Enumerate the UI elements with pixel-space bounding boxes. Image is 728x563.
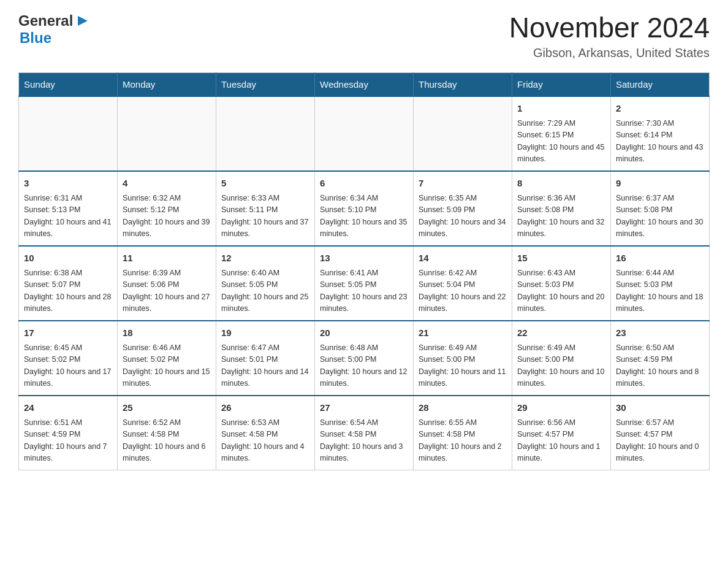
calendar-title: November 2024 [509, 12, 710, 44]
calendar-cell: 19Sunrise: 6:47 AM Sunset: 5:01 PM Dayli… [216, 321, 315, 396]
day-number: 17 [24, 326, 112, 340]
calendar-cell: 16Sunrise: 6:44 AM Sunset: 5:03 PM Dayli… [611, 246, 710, 321]
day-number: 6 [320, 177, 408, 191]
calendar-cell [315, 96, 414, 171]
calendar-week-row: 10Sunrise: 6:38 AM Sunset: 5:07 PM Dayli… [19, 246, 710, 321]
day-number: 29 [517, 401, 605, 415]
day-info: Sunrise: 6:35 AM Sunset: 5:09 PM Dayligh… [419, 193, 507, 240]
calendar-cell [216, 96, 315, 171]
logo-general-text: General [18, 12, 73, 29]
weekday-header-wednesday: Wednesday [315, 72, 414, 96]
day-info: Sunrise: 6:34 AM Sunset: 5:10 PM Dayligh… [320, 193, 408, 240]
day-info: Sunrise: 6:53 AM Sunset: 4:58 PM Dayligh… [221, 417, 309, 465]
day-number: 19 [221, 326, 309, 340]
day-info: Sunrise: 6:57 AM Sunset: 4:57 PM Dayligh… [616, 417, 704, 465]
day-number: 8 [517, 177, 605, 191]
weekday-header-thursday: Thursday [414, 72, 512, 96]
day-number: 14 [419, 251, 507, 266]
calendar-table: SundayMondayTuesdayWednesdayThursdayFrid… [18, 72, 710, 470]
day-info: Sunrise: 6:42 AM Sunset: 5:04 PM Dayligh… [419, 267, 507, 315]
calendar-cell: 25Sunrise: 6:52 AM Sunset: 4:58 PM Dayli… [118, 396, 216, 470]
weekday-header-friday: Friday [512, 72, 611, 96]
calendar-week-row: 17Sunrise: 6:45 AM Sunset: 5:02 PM Dayli… [19, 321, 710, 396]
day-info: Sunrise: 6:51 AM Sunset: 4:59 PM Dayligh… [24, 417, 112, 465]
day-info: Sunrise: 6:49 AM Sunset: 5:00 PM Dayligh… [419, 342, 507, 390]
calendar-cell: 3Sunrise: 6:31 AM Sunset: 5:13 PM Daylig… [19, 171, 118, 246]
day-number: 18 [123, 326, 211, 340]
weekday-header-sunday: Sunday [19, 72, 118, 96]
title-section: November 2024 Gibson, Arkansas, United S… [509, 12, 710, 60]
day-number: 16 [616, 251, 704, 266]
calendar-cell: 15Sunrise: 6:43 AM Sunset: 5:03 PM Dayli… [512, 246, 611, 321]
calendar-cell: 30Sunrise: 6:57 AM Sunset: 4:57 PM Dayli… [611, 396, 710, 470]
day-number: 12 [221, 251, 309, 266]
calendar-header: SundayMondayTuesdayWednesdayThursdayFrid… [19, 72, 710, 96]
logo: General Blue [18, 12, 88, 47]
day-info: Sunrise: 6:31 AM Sunset: 5:13 PM Dayligh… [24, 193, 112, 240]
calendar-cell: 5Sunrise: 6:33 AM Sunset: 5:11 PM Daylig… [216, 171, 315, 246]
day-info: Sunrise: 6:56 AM Sunset: 4:57 PM Dayligh… [517, 417, 605, 465]
location-subtitle: Gibson, Arkansas, United States [509, 46, 710, 60]
day-number: 1 [517, 102, 605, 116]
day-number: 22 [517, 326, 605, 340]
day-info: Sunrise: 6:50 AM Sunset: 4:59 PM Dayligh… [616, 342, 704, 390]
day-info: Sunrise: 6:46 AM Sunset: 5:02 PM Dayligh… [123, 342, 211, 390]
calendar-cell: 27Sunrise: 6:54 AM Sunset: 4:58 PM Dayli… [315, 396, 414, 470]
day-number: 27 [320, 401, 408, 415]
day-info: Sunrise: 7:29 AM Sunset: 6:15 PM Dayligh… [517, 118, 605, 166]
day-number: 20 [320, 326, 408, 340]
calendar-cell: 29Sunrise: 6:56 AM Sunset: 4:57 PM Dayli… [512, 396, 611, 470]
day-number: 10 [24, 251, 112, 266]
calendar-cell: 6Sunrise: 6:34 AM Sunset: 5:10 PM Daylig… [315, 171, 414, 246]
day-number: 13 [320, 251, 408, 266]
calendar-cell: 10Sunrise: 6:38 AM Sunset: 5:07 PM Dayli… [19, 246, 118, 321]
day-number: 7 [419, 177, 507, 191]
weekday-header-monday: Monday [118, 72, 216, 96]
weekday-header-tuesday: Tuesday [216, 72, 315, 96]
day-info: Sunrise: 6:33 AM Sunset: 5:11 PM Dayligh… [221, 193, 309, 240]
calendar-week-row: 24Sunrise: 6:51 AM Sunset: 4:59 PM Dayli… [19, 396, 710, 470]
calendar-cell: 8Sunrise: 6:36 AM Sunset: 5:08 PM Daylig… [512, 171, 611, 246]
day-number: 2 [616, 102, 704, 116]
calendar-cell [118, 96, 216, 171]
calendar-cell: 20Sunrise: 6:48 AM Sunset: 5:00 PM Dayli… [315, 321, 414, 396]
day-info: Sunrise: 6:43 AM Sunset: 5:03 PM Dayligh… [517, 267, 605, 315]
day-info: Sunrise: 6:44 AM Sunset: 5:03 PM Dayligh… [616, 267, 704, 315]
logo-triangle-icon [74, 16, 88, 27]
day-info: Sunrise: 6:45 AM Sunset: 5:02 PM Dayligh… [24, 342, 112, 390]
calendar-week-row: 3Sunrise: 6:31 AM Sunset: 5:13 PM Daylig… [19, 171, 710, 246]
day-number: 9 [616, 177, 704, 191]
day-number: 25 [123, 401, 211, 415]
calendar-cell: 18Sunrise: 6:46 AM Sunset: 5:02 PM Dayli… [118, 321, 216, 396]
day-info: Sunrise: 6:40 AM Sunset: 5:05 PM Dayligh… [221, 267, 309, 315]
calendar-cell [414, 96, 512, 171]
day-number: 30 [616, 401, 704, 415]
calendar-week-row: 1Sunrise: 7:29 AM Sunset: 6:15 PM Daylig… [19, 96, 710, 171]
weekday-header-saturday: Saturday [611, 72, 710, 96]
page-header: General Blue November 2024 Gibson, Arkan… [18, 12, 710, 60]
calendar-cell: 23Sunrise: 6:50 AM Sunset: 4:59 PM Dayli… [611, 321, 710, 396]
day-number: 24 [24, 401, 112, 415]
day-number: 15 [517, 251, 605, 266]
day-info: Sunrise: 6:37 AM Sunset: 5:08 PM Dayligh… [616, 193, 704, 240]
calendar-cell: 1Sunrise: 7:29 AM Sunset: 6:15 PM Daylig… [512, 96, 611, 171]
day-number: 5 [221, 177, 309, 191]
weekday-header-row: SundayMondayTuesdayWednesdayThursdayFrid… [19, 72, 710, 96]
calendar-cell: 24Sunrise: 6:51 AM Sunset: 4:59 PM Dayli… [19, 396, 118, 470]
day-number: 4 [123, 177, 211, 191]
calendar-cell: 4Sunrise: 6:32 AM Sunset: 5:12 PM Daylig… [118, 171, 216, 246]
calendar-cell: 12Sunrise: 6:40 AM Sunset: 5:05 PM Dayli… [216, 246, 315, 321]
calendar-cell: 21Sunrise: 6:49 AM Sunset: 5:00 PM Dayli… [414, 321, 512, 396]
calendar-cell: 13Sunrise: 6:41 AM Sunset: 5:05 PM Dayli… [315, 246, 414, 321]
day-info: Sunrise: 6:39 AM Sunset: 5:06 PM Dayligh… [123, 267, 211, 315]
calendar-cell: 28Sunrise: 6:55 AM Sunset: 4:58 PM Dayli… [414, 396, 512, 470]
day-info: Sunrise: 6:38 AM Sunset: 5:07 PM Dayligh… [24, 267, 112, 315]
day-number: 21 [419, 326, 507, 340]
calendar-cell: 9Sunrise: 6:37 AM Sunset: 5:08 PM Daylig… [611, 171, 710, 246]
calendar-cell: 22Sunrise: 6:49 AM Sunset: 5:00 PM Dayli… [512, 321, 611, 396]
day-info: Sunrise: 7:30 AM Sunset: 6:14 PM Dayligh… [616, 118, 704, 166]
day-info: Sunrise: 6:49 AM Sunset: 5:00 PM Dayligh… [517, 342, 605, 390]
calendar-body: 1Sunrise: 7:29 AM Sunset: 6:15 PM Daylig… [19, 96, 710, 470]
day-info: Sunrise: 6:55 AM Sunset: 4:58 PM Dayligh… [419, 417, 507, 465]
day-info: Sunrise: 6:36 AM Sunset: 5:08 PM Dayligh… [517, 193, 605, 240]
